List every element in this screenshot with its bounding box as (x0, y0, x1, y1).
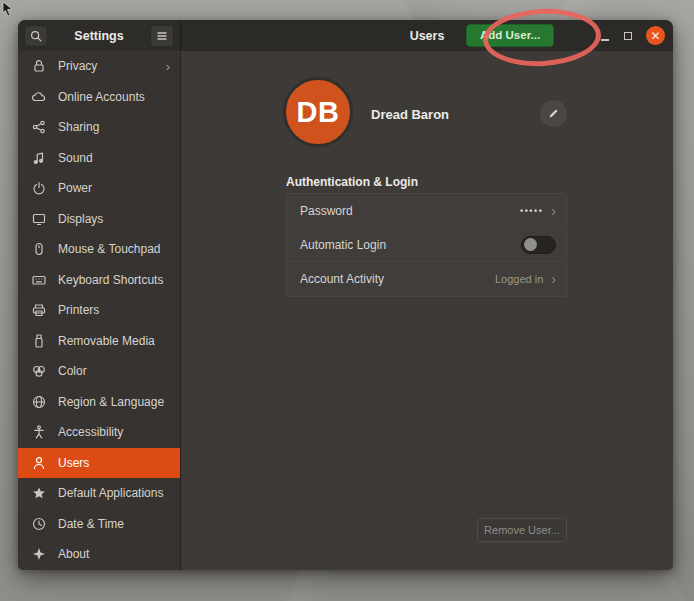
toggle-knob (524, 238, 537, 251)
sidebar-item-power[interactable]: Power (18, 173, 180, 204)
menu-button[interactable] (150, 25, 174, 47)
account-activity-value: Logged in (495, 273, 543, 285)
share-icon (31, 119, 47, 135)
color-circles-icon (31, 363, 47, 379)
sidebar-item-label: Sound (58, 151, 170, 165)
sidebar: Privacy › Online Accounts Sharing Sound … (18, 51, 181, 570)
star-icon (31, 485, 47, 501)
automatic-login-toggle[interactable] (521, 236, 556, 254)
chevron-right-icon: › (551, 204, 556, 218)
sparkle-icon (31, 546, 47, 562)
sidebar-item-label: Power (58, 181, 170, 195)
mouse-icon (31, 241, 47, 257)
sidebar-item-label: Accessibility (58, 425, 170, 439)
sidebar-item-printers[interactable]: Printers (18, 295, 180, 326)
user-avatar[interactable]: DB (283, 77, 353, 147)
automatic-login-row: Automatic Login (287, 228, 566, 262)
accessibility-icon (31, 424, 47, 440)
titlebar: Settings Users Add User... ✕ (18, 20, 673, 51)
sidebar-item-region-language[interactable]: Region & Language (18, 387, 180, 418)
sidebar-item-label: Color (58, 364, 170, 378)
sidebar-item-label: Mouse & Touchpad (58, 242, 170, 256)
sidebar-item-users[interactable]: Users (18, 448, 180, 479)
auth-login-panel: Password ••••• › Automatic Login Account… (286, 193, 567, 297)
users-panel: DB Dread Baron Authentication & Login Pa… (181, 51, 673, 570)
sidebar-item-privacy[interactable]: Privacy › (18, 51, 180, 82)
chevron-right-icon: › (166, 60, 170, 73)
password-value: ••••• (520, 206, 543, 216)
sidebar-item-removable-media[interactable]: Removable Media (18, 326, 180, 357)
account-activity-label: Account Activity (300, 272, 495, 286)
password-row[interactable]: Password ••••• › (287, 194, 566, 228)
lock-icon (31, 58, 47, 74)
maximize-button[interactable] (624, 32, 632, 40)
sidebar-item-mouse-touchpad[interactable]: Mouse & Touchpad (18, 234, 180, 265)
pencil-icon (547, 107, 560, 120)
minimize-button[interactable] (600, 31, 610, 41)
sidebar-item-label: Removable Media (58, 334, 170, 348)
sidebar-item-online-accounts[interactable]: Online Accounts (18, 82, 180, 113)
sidebar-item-label: Date & Time (58, 517, 170, 531)
add-user-button[interactable]: Add User... (466, 24, 554, 47)
automatic-login-label: Automatic Login (300, 238, 521, 252)
sidebar-item-label: Online Accounts (58, 90, 170, 104)
mouse-cursor (1, 1, 15, 17)
window-controls: ✕ (600, 20, 665, 51)
settings-window: Settings Users Add User... ✕ (18, 20, 673, 570)
search-button[interactable] (24, 25, 48, 47)
sidebar-item-about[interactable]: About (18, 539, 180, 570)
sidebar-item-color[interactable]: Color (18, 356, 180, 387)
cloud-icon (31, 89, 47, 105)
sidebar-item-accessibility[interactable]: Accessibility (18, 417, 180, 448)
sidebar-item-sound[interactable]: Sound (18, 143, 180, 174)
sidebar-item-default-applications[interactable]: Default Applications (18, 478, 180, 509)
close-button[interactable]: ✕ (646, 26, 665, 45)
sidebar-item-label: Keyboard Shortcuts (58, 273, 170, 287)
edit-name-button[interactable] (540, 100, 567, 127)
section-title: Authentication & Login (286, 175, 418, 189)
keyboard-icon (31, 272, 47, 288)
sidebar-item-displays[interactable]: Displays (18, 204, 180, 235)
sidebar-headerbar: Settings (18, 20, 181, 51)
sidebar-item-label: Displays (58, 212, 170, 226)
sidebar-item-label: Printers (58, 303, 170, 317)
app-title: Settings (74, 29, 123, 43)
music-note-icon (31, 150, 47, 166)
usb-drive-icon (31, 333, 47, 349)
close-icon: ✕ (650, 30, 660, 42)
search-icon (29, 29, 43, 43)
chevron-right-icon: › (551, 272, 556, 286)
sidebar-item-label: About (58, 547, 170, 561)
user-full-name: Dread Baron (371, 107, 449, 122)
globe-icon (31, 394, 47, 410)
remove-user-button[interactable]: Remove User... (477, 518, 567, 542)
hamburger-icon (156, 30, 168, 42)
main-headerbar: Users Add User... ✕ (181, 20, 673, 51)
account-activity-row[interactable]: Account Activity Logged in › (287, 262, 566, 296)
power-icon (31, 180, 47, 196)
clock-icon (31, 516, 47, 532)
display-icon (31, 211, 47, 227)
sidebar-item-keyboard-shortcuts[interactable]: Keyboard Shortcuts (18, 265, 180, 296)
sidebar-item-label: Default Applications (58, 486, 170, 500)
sidebar-item-label: Region & Language (58, 395, 170, 409)
printer-icon (31, 302, 47, 318)
sidebar-item-sharing[interactable]: Sharing (18, 112, 180, 143)
sidebar-item-label: Privacy (58, 59, 155, 73)
sidebar-item-date-time[interactable]: Date & Time (18, 509, 180, 540)
user-icon (31, 455, 47, 471)
sidebar-item-label: Sharing (58, 120, 170, 134)
password-label: Password (300, 204, 520, 218)
sidebar-item-label: Users (58, 456, 170, 470)
